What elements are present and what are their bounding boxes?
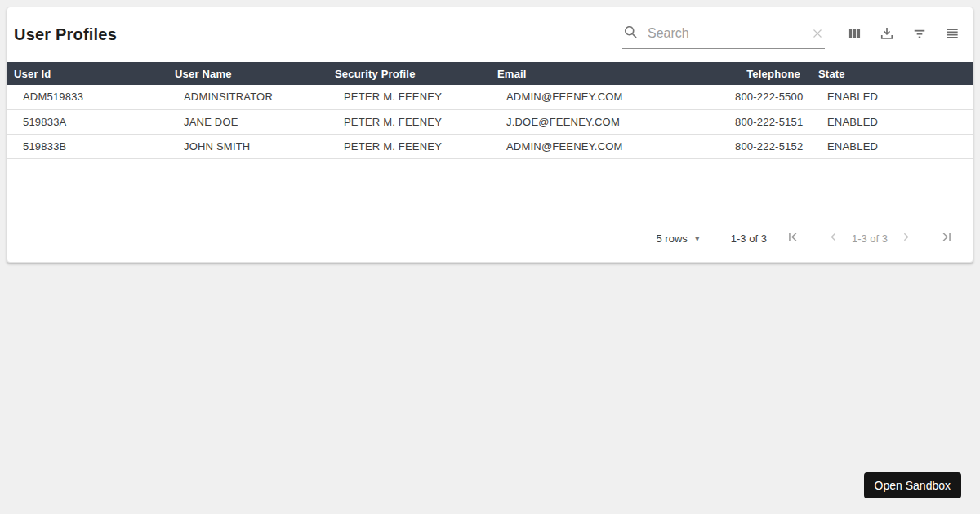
rows-per-page-select[interactable]: 5 rows ▾ [656,233,699,245]
column-header-user-name[interactable]: User Name [168,62,328,85]
cell-user-id: ADM519833 [7,85,168,109]
card-header: User Profiles [7,7,973,62]
cell-user-name: ADMINSITRATOR [168,85,328,109]
open-sandbox-button[interactable]: Open Sandbox [864,472,961,498]
dropdown-caret-icon: ▾ [695,233,700,243]
column-header-security-profile[interactable]: Security Profile [328,62,491,85]
columns-button[interactable] [844,25,864,45]
user-profiles-card: User Profiles [7,7,973,263]
cell-state: ENABLED [812,85,973,109]
cell-email: ADMIN@FEENEY.COM [491,85,719,109]
cell-user-name: JOHN SMITH [168,134,328,158]
page-title: User Profiles [14,25,622,44]
next-page-button[interactable] [896,228,915,248]
download-button[interactable] [877,25,897,45]
cell-security-profile: PETER M. FEENEY [328,109,491,134]
rows-per-page-label: 5 rows [656,233,687,245]
chevron-right-icon [899,230,913,246]
table-row[interactable]: ADM519833 ADMINSITRATOR PETER M. FEENEY … [7,85,973,109]
column-header-email[interactable]: Email [491,62,719,85]
cell-user-id: 519833B [7,134,168,158]
cell-state: ENABLED [812,109,973,134]
last-page-icon [939,229,955,247]
cell-security-profile: PETER M. FEENEY [328,85,491,109]
table-row[interactable]: 519833A JANE DOE PETER M. FEENEY J.DOE@F… [7,109,973,134]
pagination-bar: 5 rows ▾ 1-3 of 3 1-3 of 3 [656,221,973,255]
chevron-left-icon [826,230,840,246]
cell-security-profile: PETER M. FEENEY [328,134,491,158]
previous-page-button[interactable] [824,228,844,248]
last-page-button[interactable] [937,228,956,248]
user-profiles-table: User Id User Name Security Profile Email… [7,62,973,159]
density-icon [944,25,960,44]
table-row[interactable]: 519833B JOHN SMITH PETER M. FEENEY ADMIN… [7,134,973,158]
table-header-row: User Id User Name Security Profile Email… [7,62,973,85]
filter-button[interactable] [910,25,929,45]
search-icon [622,24,639,43]
page-range-label: 1-3 of 3 [852,233,888,245]
cell-telephone: 800-222-5151 [719,109,812,134]
filter-icon [911,25,928,44]
search-box [622,21,825,49]
first-page-icon [785,229,800,247]
column-header-state[interactable]: State [812,62,973,85]
cell-telephone: 800-222-5152 [719,134,812,158]
cell-telephone: 800-222-5500 [719,85,812,109]
view-columns-icon [846,25,862,44]
download-icon [879,25,895,44]
column-header-telephone[interactable]: Telephone [719,62,812,85]
search-input[interactable] [646,25,810,42]
first-page-button[interactable] [783,228,803,248]
cell-email: ADMIN@FEENEY.COM [491,134,719,158]
cell-state: ENABLED [812,134,973,158]
column-header-user-id[interactable]: User Id [7,62,168,85]
clear-search-icon[interactable] [810,26,825,41]
cell-user-name: JANE DOE [168,109,328,134]
toolbar [844,25,962,45]
cell-email: J.DOE@FEENEY.COM [491,109,719,134]
cell-user-id: 519833A [7,109,168,134]
density-button[interactable] [942,25,962,45]
range-label: 1-3 of 3 [731,233,767,245]
